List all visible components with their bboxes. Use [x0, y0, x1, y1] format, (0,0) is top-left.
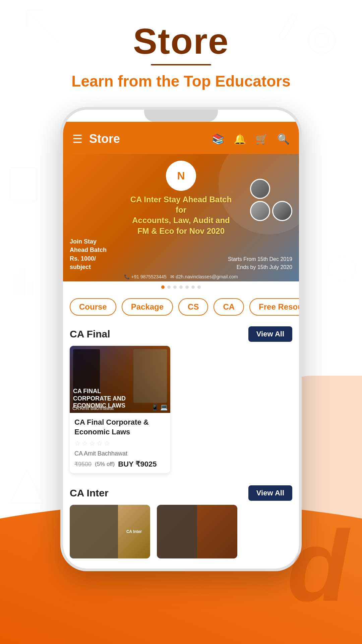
ca-inter-cards-row: CA Inter — [63, 505, 299, 569]
ca-final-section-header: CA Final View All — [63, 321, 299, 346]
banner-contact: 📞 +91 9875523445 ✉ d2h.navinclasses@gmai… — [63, 274, 299, 279]
menu-icon[interactable]: ☰ — [72, 132, 82, 146]
filter-tabs: Course Package CS CA Free Resources — [63, 293, 299, 321]
card-title: CA Final Corporate &Economic Laws — [74, 418, 166, 437]
ca-final-view-all[interactable]: View All — [248, 326, 292, 342]
star-1: ☆ — [74, 439, 80, 447]
app-header: ☰ Store 📚 🔔 🛒 🔍 — [63, 122, 299, 154]
dot-4[interactable] — [179, 285, 183, 289]
tab-ca[interactable]: CA — [214, 298, 244, 316]
phone-screen: ☰ Store 📚 🔔 🛒 🔍 N C — [63, 110, 299, 569]
dot-7[interactable] — [197, 285, 201, 289]
card-image-icons: 📱 💻 — [151, 404, 168, 411]
banner-face-1 — [250, 179, 270, 199]
cart-icon[interactable]: 🛒 — [255, 133, 268, 145]
card-price: ₹9500 (5% off) BUY ₹9025 — [74, 460, 166, 469]
banner-face-3 — [272, 201, 292, 221]
tab-course[interactable]: Course — [70, 298, 116, 316]
dot-2[interactable] — [167, 285, 171, 289]
search-icon[interactable]: 🔍 — [277, 133, 290, 145]
ca-final-cards-row: CA FINAL CORPORATE AND ECONOMIC LAWS CA … — [63, 346, 299, 480]
page-subtitle: Learn from the Top Educators — [71, 72, 290, 90]
banner-dots — [63, 281, 299, 293]
star-2: ☆ — [82, 439, 88, 447]
ca-inter-card-1-image: CA Inter — [70, 505, 150, 558]
page-title: Store — [133, 20, 229, 62]
banner-title: CA Inter Stay Ahead Batch for Accounts, … — [127, 194, 235, 236]
dot-3[interactable] — [173, 285, 177, 289]
dot-6[interactable] — [191, 285, 195, 289]
card-teacher: CA Amit Bachhawat — [74, 450, 166, 457]
tab-cs[interactable]: CS — [178, 298, 208, 316]
header-title: Store — [89, 132, 212, 146]
ca-final-title: CA Final — [70, 328, 110, 340]
course-card-body: CA Final Corporate &Economic Laws ☆ ☆ ☆ … — [70, 413, 170, 473]
banner-face-2 — [250, 201, 270, 221]
tab-free-resources[interactable]: Free Resources — [249, 298, 299, 316]
ca-inter-title: CA Inter — [70, 487, 109, 499]
title-underline — [151, 64, 211, 65]
price-discount: (5% off) — [95, 461, 115, 468]
ca-inter-view-all[interactable]: View All — [248, 485, 292, 501]
promotional-banner: N CA Inter Stay Ahead Batch for Accounts… — [63, 154, 299, 281]
ca-inter-card-1[interactable]: CA Inter — [70, 505, 150, 558]
card-image-teacher: CA Amit Bachhawat — [72, 406, 114, 411]
bottom-letter: d — [287, 508, 349, 624]
ca-inter-card-2[interactable] — [157, 505, 237, 558]
star-5: ☆ — [104, 439, 110, 447]
bell-icon[interactable]: 🔔 — [234, 133, 246, 145]
dot-1[interactable] — [161, 285, 165, 289]
star-3: ☆ — [89, 439, 95, 447]
price-buy[interactable]: BUY ₹9025 — [118, 460, 157, 469]
course-card-image: CA FINAL CORPORATE AND ECONOMIC LAWS CA … — [70, 346, 170, 413]
phone-mockup: ☰ Store 📚 🔔 🛒 🔍 N C — [60, 107, 302, 571]
phone-notch — [144, 110, 218, 122]
dot-5[interactable] — [185, 285, 189, 289]
banner-left-text: Join StayAhead BatchRs. 1000/subject — [70, 237, 107, 271]
header-icons: 📚 🔔 🛒 🔍 — [212, 133, 290, 145]
ca-inter-card-2-image — [157, 505, 237, 558]
tab-package[interactable]: Package — [122, 298, 173, 316]
card-stars: ☆ ☆ ☆ ☆ ☆ — [74, 439, 166, 447]
banner-right-text: Starts From 15th Dec 2019Ends by 15th Ju… — [228, 255, 292, 271]
ca-inter-section: CA Inter View All CA Inter — [63, 480, 299, 569]
course-card-ca-final[interactable]: CA FINAL CORPORATE AND ECONOMIC LAWS CA … — [70, 346, 170, 473]
star-4: ☆ — [97, 439, 103, 447]
price-original: ₹9500 — [74, 461, 92, 468]
ca-inter-section-header: CA Inter View All — [63, 480, 299, 505]
banner-logo: N — [166, 161, 196, 191]
library-icon[interactable]: 📚 — [212, 133, 224, 145]
